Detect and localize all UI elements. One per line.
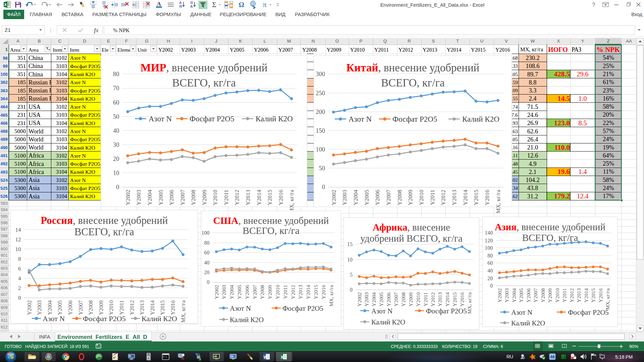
svg-text:СУММА: 6: СУММА: 6 — [483, 344, 503, 349]
svg-text:123.0: 123.0 — [554, 119, 570, 127]
svg-text:Y2009: Y2009 — [327, 47, 341, 53]
svg-text:удобрений ВСЕГО, кг/га: удобрений ВСЕГО, кг/га — [360, 233, 463, 244]
svg-text:.11: .11 — [512, 153, 518, 158]
svg-text:5100: 5100 — [14, 169, 26, 175]
svg-text:МХ, кг/га: МХ, кг/га — [328, 285, 334, 306]
svg-text:.59: .59 — [512, 79, 518, 85]
svg-text:Y2009: Y2009 — [267, 285, 273, 299]
svg-text:Калий К2О: Калий К2О — [371, 318, 405, 326]
svg-text:Y2007: Y2007 — [533, 288, 538, 302]
svg-text:11%: 11% — [603, 168, 614, 175]
svg-text:Y2008: Y2008 — [88, 300, 94, 315]
svg-text:8: 8 — [18, 256, 21, 262]
svg-text:Фосфат P2O5: Фосфат P2O5 — [568, 308, 609, 316]
svg-text:50: 50 — [319, 165, 325, 172]
svg-text:Y2002: Y2002 — [26, 300, 32, 315]
svg-text:2: 2 — [18, 285, 21, 291]
svg-text:USA: USA — [29, 112, 41, 118]
svg-text:Y2009: Y2009 — [547, 288, 553, 302]
svg-text:Y2008: Y2008 — [259, 285, 265, 299]
svg-text:Фосфат P2O5: Фосфат P2O5 — [83, 314, 126, 323]
svg-text:Σ: Σ — [212, 0, 217, 9]
svg-text:G: G — [145, 39, 149, 44]
svg-text:INFA: INFA — [39, 334, 50, 340]
svg-text:Y2015: Y2015 — [590, 288, 596, 302]
svg-text:Фосфат P2O5: Фосфат P2O5 — [190, 115, 234, 123]
svg-text:Азот N: Азот N — [348, 115, 372, 123]
svg-text:610: 610 — [1, 312, 8, 316]
svg-text:250: 250 — [316, 90, 325, 97]
svg-text:Y2002: Y2002 — [214, 285, 219, 299]
svg-text:25%: 25% — [603, 160, 614, 167]
svg-text:3103: 3103 — [56, 63, 67, 69]
svg-text:Калий К2О: Калий К2О — [142, 314, 177, 323]
svg-text:Y2008: Y2008 — [540, 288, 546, 302]
svg-text:491: 491 — [0, 153, 8, 158]
svg-text:599: 599 — [1, 240, 8, 245]
svg-text:Y2010: Y2010 — [108, 300, 114, 315]
svg-text:490: 490 — [0, 145, 8, 150]
svg-text:3.3: 3.3 — [529, 87, 536, 94]
svg-text:2.1: 2.1 — [529, 169, 536, 175]
svg-text:89.7: 89.7 — [527, 71, 538, 78]
svg-text:Y2006: Y2006 — [254, 47, 269, 53]
svg-text:231: 231 — [17, 112, 26, 118]
svg-text:.48: .48 — [512, 161, 518, 167]
svg-text:Y2012: Y2012 — [430, 292, 436, 306]
svg-text:А: А — [190, 4, 193, 8]
svg-text:ВСЕГО, кг/га: ВСЕГО, кг/га — [243, 225, 300, 236]
svg-text:488: 488 — [0, 129, 8, 134]
svg-text:24%: 24% — [603, 136, 614, 142]
svg-text:Y2014: Y2014 — [305, 285, 311, 299]
svg-text:Фосфат P2O5: Фосфат P2O5 — [70, 112, 100, 118]
svg-text:466: 466 — [0, 121, 8, 126]
svg-text:Y2006: Y2006 — [386, 292, 391, 306]
svg-text:Фосфат P2O5: Фосфат P2O5 — [392, 115, 437, 123]
svg-text:5100: 5100 — [14, 161, 26, 167]
svg-text:8.5: 8.5 — [579, 119, 587, 127]
svg-text:351: 351 — [17, 63, 26, 69]
svg-text:8.8: 8.8 — [529, 79, 536, 86]
svg-text:Азот N: Азот N — [70, 79, 86, 85]
svg-text:5100: 5100 — [14, 153, 26, 159]
svg-text:26.4: 26.4 — [527, 136, 538, 143]
svg-text:Y2012: Y2012 — [290, 285, 296, 299]
svg-text:606: 606 — [1, 286, 8, 290]
svg-text:Y2004: Y2004 — [205, 47, 220, 53]
svg-text:593: 593 — [1, 201, 8, 206]
svg-text:M: M — [287, 39, 291, 44]
svg-text:492: 492 — [0, 161, 8, 166]
svg-text:China: China — [29, 55, 43, 61]
svg-text:X: X — [281, 355, 284, 360]
svg-text:МХ, кг/га: МХ, кг/га — [520, 46, 543, 53]
svg-text:Y2013: Y2013 — [451, 190, 458, 205]
svg-text:29.6: 29.6 — [577, 70, 589, 78]
svg-text:Y2005: Y2005 — [518, 288, 524, 302]
svg-text:Y2005: Y2005 — [158, 190, 164, 205]
svg-text:Y2011: Y2011 — [374, 47, 389, 53]
svg-text:4.9: 4.9 — [529, 161, 536, 167]
svg-text:Y2011: Y2011 — [223, 190, 229, 205]
svg-text:.05: .05 — [512, 71, 518, 77]
svg-text:РАЗ: РАЗ — [572, 46, 581, 53]
svg-text:.63: .63 — [512, 128, 518, 134]
svg-text:.68: .68 — [512, 55, 518, 61]
svg-text:Y2015: Y2015 — [160, 300, 165, 315]
svg-text:Азот N: Азот N — [70, 104, 86, 110]
svg-text:Y2016: Y2016 — [278, 190, 284, 205]
svg-text:% NPK: % NPK — [113, 27, 130, 33]
svg-text:20: 20 — [113, 156, 119, 162]
svg-text:Y2014: Y2014 — [583, 288, 589, 302]
svg-text:Y2006: Y2006 — [67, 300, 73, 315]
svg-text:РЕЦЕНЗИРОВАНИЕ: РЕЦЕНЗИРОВАНИЕ — [220, 12, 267, 17]
svg-text:Y2013: Y2013 — [423, 47, 437, 53]
svg-text:601: 601 — [1, 253, 8, 258]
svg-text:I: I — [191, 39, 193, 44]
svg-text:3103: 3103 — [56, 112, 67, 118]
svg-text:6: 6 — [18, 265, 21, 272]
svg-text:3104: 3104 — [56, 120, 67, 126]
svg-text:Environment_Fertilizers_E_All_: Environment_Fertilizers_E_All_Data.xlsx … — [380, 2, 484, 8]
svg-text:Y2004: Y2004 — [47, 300, 53, 315]
svg-text:5300: 5300 — [14, 185, 26, 191]
svg-text:64%: 64% — [603, 152, 614, 159]
